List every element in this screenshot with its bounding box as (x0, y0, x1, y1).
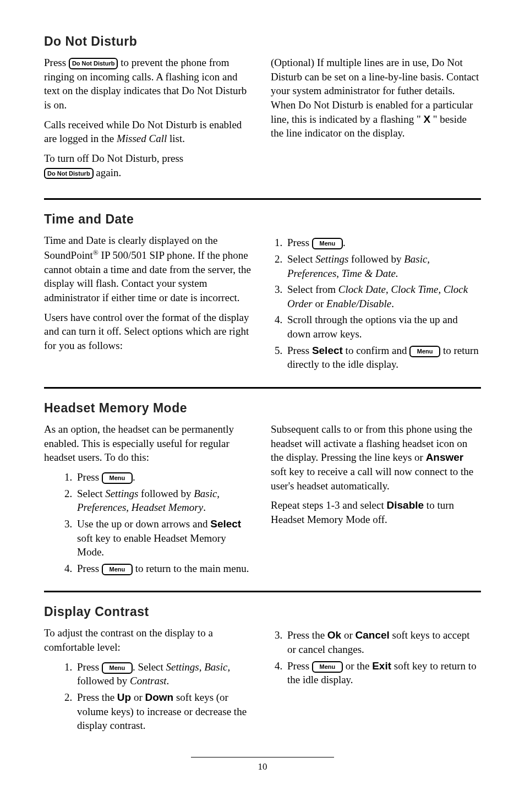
contrast-right-col: Press the Ok or Cancel soft keys to acce… (271, 626, 481, 734)
time-li3i1: Clock Date (338, 284, 386, 295)
contrast-step-1: Press Menu. Select Settings, Basic, foll… (75, 660, 254, 688)
time-li1a: Press (287, 237, 312, 248)
dnd-p2: Calls received while Do Not Disturb is e… (44, 118, 254, 146)
ok-softkey: Ok (327, 629, 341, 641)
contrast-columns: To adjust the contrast on the display to… (44, 626, 481, 734)
select-softkey: Select (312, 345, 343, 356)
select-softkey-2: Select (210, 518, 241, 530)
x-icon: X (423, 112, 430, 127)
do-not-disturb-key: Do Not Disturb (69, 58, 118, 69)
heading-time-and-date: Time and Date (44, 211, 481, 228)
headset-columns: As an option, the headset can be permane… (44, 422, 481, 577)
hs-li1b: . (133, 471, 135, 483)
contrast-step-4: Press Menu or the Exit soft key to retur… (285, 659, 481, 687)
time-columns: Time and Date is clearly displayed on th… (44, 233, 481, 374)
cancel-softkey: Cancel (356, 629, 390, 641)
disable-softkey: Disable (387, 499, 424, 511)
dc-li1i1: Settings, Basic, (166, 661, 231, 673)
dc-li1b: . Select (133, 661, 166, 673)
time-p1: Time and Date is clearly displayed on th… (44, 233, 254, 305)
registered-mark: ® (93, 248, 99, 257)
time-li2b: followed by (348, 253, 404, 265)
hs-li2b: followed by (138, 488, 194, 499)
menu-key-5: Menu (102, 662, 133, 674)
menu-key-4: Menu (102, 564, 133, 575)
dnd-p3: To turn off Do Not Disturb, press Do Not… (44, 151, 254, 179)
dnd-columns: Press Do Not Disturb to prevent the phon… (44, 56, 481, 185)
menu-key-2: Menu (409, 346, 440, 357)
menu-key-3: Menu (102, 472, 133, 484)
dnd-p2i: Missed Call (117, 133, 167, 144)
separator-1 (44, 198, 481, 200)
headset-left-col: As an option, the headset can be permane… (44, 422, 254, 577)
dnd-p2b: list. (167, 133, 185, 144)
time-p2: Users have control over the format of th… (44, 310, 254, 353)
hs-li2i1: Settings (105, 488, 138, 499)
contrast-steps-right: Press the Ok or Cancel soft keys to acce… (271, 628, 481, 687)
dnd-p3b: again. (96, 167, 121, 178)
dc-li2a: Press the (77, 691, 117, 703)
time-li3d: . (391, 298, 394, 309)
hs-li4a: Press (77, 563, 102, 574)
contrast-step-3: Press the Ok or Cancel soft keys to acce… (285, 628, 481, 656)
headset-step-3: Use the up or down arrows and Select sof… (75, 517, 254, 559)
time-left-col: Time and Date is clearly displayed on th… (44, 233, 254, 374)
dc-li1c: followed by (77, 675, 130, 686)
headset-p1: As an option, the headset can be permane… (44, 422, 254, 465)
time-steps: Press Menu. Select Settings followed by … (271, 236, 481, 372)
time-li3a: Select from (287, 284, 338, 295)
dc-li4b: or the (343, 660, 372, 672)
time-right-col: Press Menu. Select Settings followed by … (271, 233, 481, 374)
dc-li1i2: Contrast (130, 675, 167, 686)
exit-softkey: Exit (372, 660, 391, 672)
hs-li4b: to return to the main menu. (133, 563, 249, 574)
menu-key-6: Menu (312, 661, 343, 673)
heading-display-contrast: Display Contrast (44, 603, 481, 620)
contrast-step-2: Press the Up or Down soft keys (or volum… (75, 690, 254, 733)
time-step-1: Press Menu. (285, 236, 481, 250)
headset-step-1: Press Menu. (75, 470, 254, 484)
time-step-5: Press Select to confirm and Menu to retu… (285, 344, 481, 372)
hs-li2c: . (203, 502, 206, 513)
separator-2 (44, 387, 481, 389)
time-li2i1: Settings (315, 253, 348, 265)
dc-li2b: or (131, 691, 145, 703)
page-number: 10 (44, 761, 481, 773)
time-step-3: Select from Clock Date, Clock Time, Cloc… (285, 282, 481, 310)
separator-3 (44, 591, 481, 592)
hs-li1a: Press (77, 471, 102, 483)
hs-li3a: Use the up or down arrows and (77, 518, 210, 530)
contrast-left-col: To adjust the contrast on the display to… (44, 626, 254, 734)
time-step-2: Select Settings followed by Basic, Prefe… (285, 252, 481, 280)
contrast-p1: To adjust the contrast on the display to… (44, 626, 254, 654)
time-li5a: Press (287, 345, 312, 356)
contrast-steps-left: Press Menu. Select Settings, Basic, foll… (44, 660, 254, 733)
dnd-right-col: (Optional) If multiple lines are in use,… (271, 56, 481, 185)
hs-r-p2a: Repeat steps 1-3 and select (271, 499, 387, 511)
time-li3c: or (313, 298, 326, 309)
dc-li3a: Press the (287, 629, 327, 641)
dc-li1a: Press (77, 661, 102, 673)
headset-step-2: Select Settings followed by Basic, Prefe… (75, 487, 254, 515)
dc-li1d: . (167, 675, 169, 686)
headset-steps: Press Menu. Select Settings followed by … (44, 470, 254, 575)
hs-li2a: Select (77, 488, 105, 499)
time-step-4: Scroll through the options via the up an… (285, 313, 481, 341)
time-li1b: . (343, 237, 346, 248)
menu-key: Menu (312, 238, 343, 249)
dnd-p1: Press Do Not Disturb to prevent the phon… (44, 56, 254, 112)
hs-r-p1b: soft key to receive a call will now conn… (271, 466, 473, 492)
dnd-p3a: To turn off Do Not Disturb, press (44, 152, 183, 164)
headset-right-p1: Subsequent calls to or from this phone u… (271, 422, 481, 493)
up-softkey: Up (117, 691, 131, 703)
time-li2a: Select (287, 253, 315, 265)
headset-step-4: Press Menu to return to the main menu. (75, 562, 254, 576)
dnd-left-col: Press Do Not Disturb to prevent the phon… (44, 56, 254, 185)
headset-right-p2: Repeat steps 1-3 and select Disable to t… (271, 498, 481, 526)
time-li3b: , (386, 284, 391, 295)
dc-li4a: Press (287, 660, 312, 672)
dnd-right-p1: (Optional) If multiple lines are in use,… (271, 56, 481, 140)
answer-softkey: Answer (426, 451, 464, 463)
time-li5b: to confirm and (343, 345, 409, 356)
footer-separator (191, 757, 334, 757)
